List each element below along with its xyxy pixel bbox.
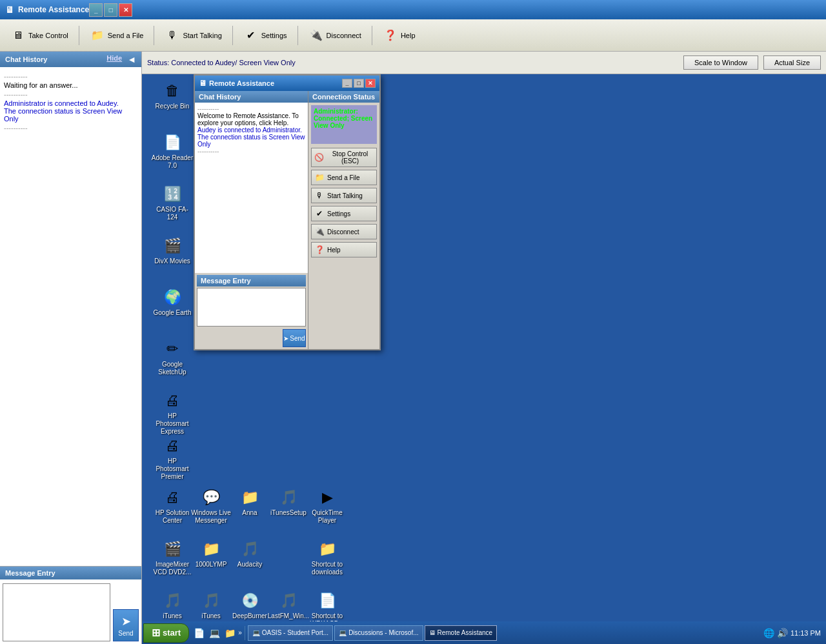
inner-stop-control-button[interactable]: 🚫 Stop Control (ESC) bbox=[311, 148, 377, 167]
inner-window-controls: _ □ ✕ bbox=[342, 79, 376, 88]
status-text: Status: Connected to Audey/ Screen View … bbox=[147, 59, 678, 66]
chat-separator-2: ---------- bbox=[4, 90, 137, 98]
settings-button[interactable]: ✔ Settings bbox=[238, 25, 292, 46]
inner-send-file-label: Send a File bbox=[327, 174, 360, 181]
discussions-task-label: Discussions - Microsof... bbox=[348, 629, 418, 636]
expand-quick-launch-button[interactable]: » bbox=[238, 629, 242, 636]
inner-help-button[interactable]: ❓ Help bbox=[311, 242, 377, 257]
1000lymp-label: 1000LYMP bbox=[196, 561, 227, 569]
shortcut-wrkacd-icon: 📄 bbox=[317, 590, 337, 611]
audacity-icon: 🎵 bbox=[239, 539, 260, 559]
tray-sound-icon[interactable]: 🔊 bbox=[777, 628, 788, 638]
taskbar-task-oasis[interactable]: 💻 OASIS - Student Port... bbox=[248, 625, 333, 641]
hp-photosmart-express-icon: 🖨 bbox=[162, 390, 183, 411]
desktop-icon-divx[interactable]: 🎬 DivX Movies bbox=[150, 234, 195, 267]
desktop-icon-audacity[interactable]: 🎵 Audacity bbox=[227, 538, 272, 570]
shortcut-downloads-icon: 📁 bbox=[317, 539, 337, 559]
ql-button-3[interactable]: 📁 bbox=[223, 626, 237, 640]
desktop-icon-adobe[interactable]: 📄 Adobe Reader 7.0 bbox=[150, 131, 195, 171]
inner-disconnect-button[interactable]: 🔌 Disconnect bbox=[311, 224, 377, 239]
tray-globe-icon[interactable]: 🌐 bbox=[763, 628, 774, 638]
chat-message-1: Waiting for an answer... bbox=[4, 81, 137, 89]
adobe-icon: 📄 bbox=[162, 132, 183, 153]
message-entry-header: Message Entry bbox=[0, 567, 141, 579]
inner-send-button[interactable]: ➤ Send bbox=[283, 329, 306, 347]
inner-minimize-button[interactable]: _ bbox=[342, 79, 352, 88]
send-file-label: Send a File bbox=[108, 32, 144, 39]
desktop-icon-quicktime[interactable]: ▶ QuickTime Player bbox=[305, 486, 350, 526]
collapse-button[interactable]: ◄ bbox=[127, 54, 136, 65]
taskbar-items: 💻 OASIS - Student Port... 💻 Discussions … bbox=[245, 625, 758, 641]
gsketchup-icon: ✏ bbox=[162, 339, 183, 359]
ql-button-2[interactable]: 💻 bbox=[207, 626, 221, 640]
send-file-button[interactable]: 📁 Send a File bbox=[85, 25, 149, 46]
taskbar: ⊞ start 📄 💻 📁 » 💻 OASIS - Student Port..… bbox=[142, 621, 826, 644]
close-button[interactable]: ✕ bbox=[119, 3, 132, 17]
taskbar-task-remote-assistance[interactable]: 🖥 Remote Assistance bbox=[425, 625, 498, 641]
disconnect-icon: 🔌 bbox=[308, 28, 324, 43]
header-controls: Hide ◄ bbox=[106, 54, 136, 65]
inner-settings-button[interactable]: ✔ Settings bbox=[311, 206, 377, 221]
inner-chat-msg-1: Welcome to Remote Assistance. To explore… bbox=[197, 112, 305, 126]
itunessetup-icon: 🎵 bbox=[278, 487, 299, 508]
inner-send-arrow-icon: ➤ bbox=[283, 335, 288, 342]
connection-status-text: Administrator: Connected; Screen View On… bbox=[314, 108, 372, 129]
itunes2-label: iTunes bbox=[201, 612, 221, 620]
chat-separator-3: ---------- bbox=[4, 124, 137, 132]
status-bar: Status: Connected to Audey/ Screen View … bbox=[142, 52, 826, 74]
settings-icon: ✔ bbox=[243, 28, 259, 43]
quick-launch-bar: 📄 💻 📁 » bbox=[189, 626, 245, 640]
inner-window-body: Chat History ---------- Welcome to Remot… bbox=[195, 91, 379, 349]
take-control-button[interactable]: 🖥 Take Control bbox=[5, 25, 74, 46]
discussions-task-icon: 💻 bbox=[339, 629, 347, 636]
start-label: start bbox=[163, 628, 181, 638]
desktop-icon-casio[interactable]: 🔢 CASIO FA-124 bbox=[150, 183, 195, 223]
start-talking-button[interactable]: 🎙 Start Talking bbox=[159, 25, 227, 46]
chat-history-title: Chat History bbox=[5, 55, 47, 63]
inner-maximize-button[interactable]: □ bbox=[354, 79, 364, 88]
inner-sep-2: ---------- bbox=[197, 148, 305, 155]
imagemixer-icon: 🎬 bbox=[162, 539, 183, 559]
inner-help-label: Help bbox=[327, 247, 341, 254]
send-button[interactable]: ➤ Send bbox=[113, 609, 139, 641]
wlm-label: Windows Live Messenger bbox=[190, 509, 232, 525]
inner-settings-label: Settings bbox=[327, 210, 350, 217]
itunessetup-label: iTunesSetup bbox=[270, 509, 307, 517]
maximize-button[interactable]: □ bbox=[104, 3, 117, 17]
hide-button[interactable]: Hide bbox=[106, 54, 122, 65]
title-bar: 🖥 Remote Assistance _ □ ✕ bbox=[0, 0, 826, 19]
recycle-bin-icon: 🗑 bbox=[162, 81, 183, 101]
quicktime-label: QuickTime Player bbox=[306, 509, 348, 525]
inner-start-talking-icon: 🎙 bbox=[314, 190, 325, 201]
minimize-button[interactable]: _ bbox=[89, 3, 103, 17]
desktop-icon-hp-photosmart-premier[interactable]: 🖨 HP Photosmart Premier bbox=[150, 434, 195, 482]
inner-message-entry-header: Message Entry bbox=[197, 275, 306, 287]
start-talking-icon: 🎙 bbox=[165, 28, 180, 43]
inner-close-button[interactable]: ✕ bbox=[365, 79, 376, 88]
start-button[interactable]: ⊞ start bbox=[143, 623, 189, 643]
desktop-icon-gsketchup[interactable]: ✏ Google SketchUp bbox=[150, 337, 195, 377]
ql-button-1[interactable]: 📄 bbox=[192, 626, 206, 640]
inner-remote-assistance-window: 🖥 Remote Assistance _ □ ✕ Chat History -… bbox=[194, 74, 381, 350]
actual-size-button[interactable]: Actual Size bbox=[763, 55, 821, 70]
desktop-icon-hp-photosmart-express[interactable]: 🖨 HP Photosmart Express bbox=[150, 389, 195, 437]
inner-message-input[interactable] bbox=[197, 288, 306, 327]
google-earth-label: Google Earth bbox=[154, 309, 192, 317]
message-input[interactable] bbox=[3, 583, 110, 641]
inner-start-talking-button[interactable]: 🎙 Start Talking bbox=[311, 188, 377, 203]
disconnect-button[interactable]: 🔌 Disconnect bbox=[303, 25, 367, 46]
stop-control-icon: 🚫 bbox=[314, 152, 324, 163]
inner-send-file-button[interactable]: 📁 Send a File bbox=[311, 170, 377, 185]
desktop-icon-shortcut-downloads[interactable]: 📁 Shortcut to downloads bbox=[305, 538, 350, 578]
stop-control-label: Stop Control (ESC) bbox=[327, 150, 374, 165]
desktop-icon-google-earth[interactable]: 🌍 Google Earth bbox=[150, 286, 195, 318]
hp-solution-center-label: HP Solution Center bbox=[151, 509, 194, 525]
hp-solution-center-icon: 🖨 bbox=[162, 487, 183, 508]
inner-send-label: Send bbox=[290, 335, 305, 342]
taskbar-task-discussions[interactable]: 💻 Discussions - Microsof... bbox=[334, 625, 423, 641]
scale-to-window-button[interactable]: Scale to Window bbox=[683, 55, 758, 70]
hp-photosmart-premier-label: HP Photosmart Premier bbox=[151, 458, 194, 481]
inner-chat-history-panel: Chat History ---------- Welcome to Remot… bbox=[195, 91, 308, 349]
help-button[interactable]: ❓ Help bbox=[378, 25, 421, 46]
chat-message-2: Administrator is connected to Audey. bbox=[4, 99, 137, 107]
